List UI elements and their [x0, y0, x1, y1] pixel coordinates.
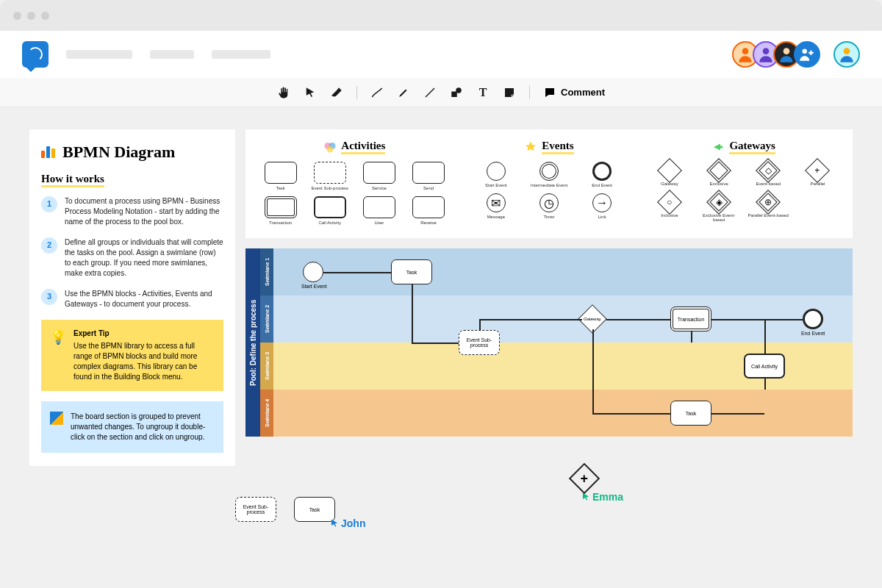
- comment-label: Comment: [561, 87, 605, 98]
- gateways-icon: [711, 140, 725, 154]
- group-note: The board section is grouped to prevent …: [41, 401, 223, 453]
- edge: [592, 413, 670, 415]
- svg-rect-5: [451, 91, 457, 97]
- separator: [356, 86, 357, 99]
- node-start-event[interactable]: [303, 262, 323, 282]
- floating-shape-subprocess[interactable]: Event Sub-process: [235, 497, 276, 522]
- palette-exclusive-eb[interactable]: ◈Exclusive Event-based: [697, 193, 740, 222]
- palette-end-event[interactable]: End Event: [578, 162, 625, 187]
- palette-inclusive[interactable]: ○Inclusive: [648, 193, 691, 222]
- collaborator-cursor-emma: Emma: [581, 491, 623, 503]
- edge: [592, 343, 594, 413]
- events-icon: [524, 140, 537, 154]
- group-icon: [50, 412, 63, 425]
- window-dot: [41, 12, 49, 20]
- topbar: [0, 31, 882, 78]
- edge: [764, 319, 766, 354]
- lightbulb-icon: 💡: [50, 329, 66, 382]
- edge: [412, 343, 459, 344]
- pen-tool-icon[interactable]: [370, 86, 384, 99]
- palette-message-event[interactable]: ✉Message: [473, 193, 520, 219]
- howit-heading: How it works: [41, 173, 104, 187]
- palette-parallel[interactable]: +Parallel: [796, 162, 839, 186]
- palette-receive[interactable]: Receive: [407, 196, 451, 225]
- swimlane-pool[interactable]: Pool: Define the process Swimlane 1 Star…: [245, 248, 853, 437]
- palette-parallel-eb[interactable]: ⊕Parallel Event-based: [747, 193, 790, 222]
- workspace[interactable]: BPMN Diagram How it works 1To document a…: [0, 107, 882, 488]
- palette-link-event[interactable]: →Link: [578, 193, 625, 219]
- comment-icon: [543, 86, 556, 99]
- cursor-icon: [581, 491, 591, 503]
- edge: [412, 295, 413, 343]
- edge: [479, 319, 582, 320]
- node-call-activity[interactable]: Call Activity: [744, 354, 785, 379]
- node-task-2[interactable]: Task: [670, 401, 711, 426]
- node-task[interactable]: Task: [391, 259, 432, 284]
- swimlane-4[interactable]: Swimlane 4 Task: [260, 390, 853, 437]
- node-end-event[interactable]: [803, 309, 823, 329]
- palette-timer-event[interactable]: ◷Timer: [526, 193, 573, 219]
- palette-transaction[interactable]: Transaction: [259, 196, 302, 225]
- swimlane-3[interactable]: Swimlane 3 Event Sub-process Call Activi…: [260, 343, 853, 390]
- page-title: BPMN Diagram: [62, 143, 175, 162]
- edge: [711, 319, 764, 320]
- palette-gateway[interactable]: Gateway: [648, 162, 691, 186]
- chart-icon: [41, 146, 55, 158]
- palette-event-subprocess[interactable]: Event Sub-process: [308, 162, 351, 190]
- step-2: 2Define all groups or individuals that w…: [41, 237, 223, 279]
- step-3: 3Use the BPMN blocks - Activities, Event…: [41, 289, 223, 309]
- breadcrumb-placeholder: [150, 50, 194, 59]
- hand-tool-icon[interactable]: [277, 86, 290, 99]
- breadcrumb-placeholder: [66, 50, 132, 59]
- svg-point-2: [784, 48, 790, 54]
- floating-shape-parallel-gateway[interactable]: +: [573, 467, 595, 490]
- palette-send[interactable]: Send: [407, 162, 451, 190]
- svg-point-4: [844, 48, 850, 54]
- palette-call-activity[interactable]: Call Activity: [308, 196, 351, 225]
- pool-label[interactable]: Pool: Define the process: [245, 248, 260, 437]
- app-logo-icon[interactable]: [22, 41, 49, 68]
- expert-tip: 💡 Expert TipUse the BPMN library to acce…: [41, 320, 223, 391]
- edge: [323, 272, 391, 273]
- palette-user[interactable]: User: [357, 196, 401, 225]
- edge: [606, 319, 670, 320]
- swimlane-1[interactable]: Swimlane 1 Start Event Task: [260, 248, 853, 295]
- add-collaborator-icon[interactable]: [794, 41, 820, 68]
- shape-palette: Activities Task Event Sub-process Servic…: [245, 129, 853, 238]
- events-group: Events Start Event Intermediate Event En…: [473, 140, 626, 225]
- svg-point-0: [742, 48, 749, 54]
- text-tool-icon[interactable]: T: [476, 86, 490, 99]
- step-1: 1To document a process using BPMN - Busi…: [41, 196, 223, 227]
- marker-tool-icon[interactable]: [397, 86, 410, 99]
- palette-service[interactable]: Service: [357, 162, 401, 190]
- window-dot: [27, 12, 35, 20]
- sticky-note-tool-icon[interactable]: [503, 86, 516, 99]
- palette-event-based[interactable]: ◇Event-based: [747, 162, 790, 186]
- activities-icon: [323, 140, 337, 154]
- collaborator-cursor-john: John: [329, 517, 365, 529]
- cursor-icon: [329, 517, 340, 529]
- comment-button[interactable]: Comment: [543, 86, 605, 99]
- current-user-avatar[interactable]: [833, 41, 860, 68]
- breadcrumb-placeholder: [212, 50, 270, 59]
- window-dot: [13, 12, 21, 20]
- pointer-tool-icon[interactable]: [304, 86, 317, 99]
- palette-task[interactable]: Task: [259, 162, 302, 190]
- canvas-area: Activities Task Event Sub-process Servic…: [245, 129, 853, 466]
- palette-start-event[interactable]: Start Event: [473, 162, 520, 187]
- node-event-subprocess[interactable]: Event Sub-process: [459, 330, 500, 355]
- svg-point-6: [456, 87, 462, 93]
- palette-exclusive[interactable]: Exclusive: [697, 162, 740, 186]
- activities-group: Activities Task Event Sub-process Servic…: [259, 140, 451, 225]
- collaborator-avatars: [738, 41, 860, 68]
- edge: [479, 319, 481, 331]
- svg-point-3: [803, 49, 808, 54]
- shape-tool-icon[interactable]: [450, 86, 463, 99]
- node-transaction[interactable]: Transaction: [670, 306, 711, 331]
- svg-point-9: [327, 146, 334, 153]
- palette-intermediate-event[interactable]: Intermediate Event: [526, 162, 573, 187]
- line-tool-icon[interactable]: [423, 86, 437, 99]
- separator: [529, 86, 530, 99]
- eraser-tool-icon[interactable]: [330, 86, 343, 99]
- gateways-group: Gateways Gateway Exclusive ◇Event-based …: [648, 140, 839, 225]
